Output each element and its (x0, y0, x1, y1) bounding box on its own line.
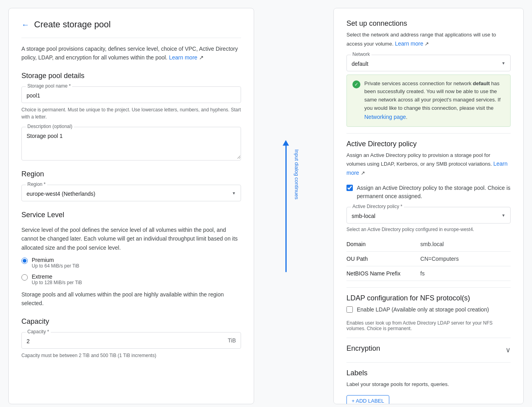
extreme-option[interactable]: Extreme Up to 128 MiB/s per TiB (21, 273, 241, 285)
page-title: Create storage pool (34, 19, 111, 30)
table-row: OU PathCN=Computers (346, 251, 511, 266)
arrow-area: Input dialog continues (254, 8, 318, 404)
table-key: OU Path (346, 251, 420, 266)
capacity-label: Capacity * (26, 329, 51, 334)
ad-policy-label: Active Directory policy * (351, 204, 404, 209)
pool-name-helper: Choice is permanent. Must be unique to t… (21, 106, 241, 120)
region-select[interactable]: europe-west4 (Netherlands) (22, 185, 241, 201)
encryption-title: Encryption (346, 344, 380, 353)
service-level-radio-group: Premium Up to 64 MiB/s per TiB Extreme U… (21, 257, 241, 285)
ad-description: Assign an Active Directory policy to pro… (346, 151, 511, 178)
premium-label: Premium (32, 257, 79, 263)
service-level-section-title: Service Level (21, 211, 241, 219)
premium-sublabel: Up to 64 MiB/s per TiB (32, 263, 79, 269)
capacity-input[interactable] (22, 332, 241, 348)
ad-policy-field: Active Directory policy * smb-local (346, 207, 511, 224)
ldap-checkbox-label: Enable LDAP (Available only at storage p… (357, 306, 489, 314)
table-key: Domain (346, 237, 420, 252)
pool-name-input[interactable] (22, 87, 241, 103)
description-field: Description (optional) Storage pool 1 (21, 127, 241, 161)
table-key: NetBIOS Name Prefix (346, 266, 420, 281)
description-label: Description (optional) (26, 124, 74, 129)
notice-text: Private services access connection for n… (364, 80, 505, 122)
networking-page-link[interactable]: Networking page (364, 114, 406, 120)
region-section-title: Region (21, 170, 241, 178)
service-level-footer: Storage pools and all volumes within the… (21, 290, 241, 308)
intro-description: A storage pool provisions capacity, defi… (21, 44, 241, 62)
capacity-helper: Capacity must be between 2 TiB and 500 T… (21, 352, 241, 359)
connections-learn-more[interactable]: Learn more (395, 40, 423, 47)
connections-title: Set up connections (346, 19, 511, 28)
labels-title: Labels (346, 369, 511, 377)
premium-radio[interactable] (21, 258, 28, 264)
network-field: Network default (346, 55, 511, 71)
ad-policy-helper: Select an Active Directory policy config… (346, 227, 511, 232)
details-section-title: Storage pool details (21, 72, 241, 80)
ldap-helper: Enables user look up from Active Directo… (346, 320, 511, 331)
description-input[interactable]: Storage pool 1 (22, 127, 241, 159)
ad-checkbox-label: Assign an Active Directory policy to the… (357, 184, 511, 201)
pool-name-field: Storage pool name * (21, 86, 241, 103)
labels-description: Label your storage pools for reports, qu… (346, 380, 511, 389)
ad-checkbox-row[interactable]: Assign an Active Directory policy to the… (346, 184, 511, 201)
success-notice: Private services access connection for n… (346, 75, 511, 127)
extreme-label: Extreme (32, 273, 82, 280)
table-row: Domainsmb.local (346, 237, 511, 252)
add-label-button[interactable]: + ADD LABEL (346, 395, 389, 404)
arrow-body (285, 145, 287, 272)
extreme-sublabel: Up to 128 MiB/s per TiB (32, 280, 82, 285)
right-panel: Set up connections Select the network an… (333, 8, 524, 404)
region-field: Region * europe-west4 (Netherlands) (21, 185, 241, 201)
extreme-radio[interactable] (21, 274, 28, 281)
ad-info-table: Domainsmb.localOU PathCN=ComputersNetBIO… (346, 237, 511, 281)
ad-policy-select[interactable]: smb-local (347, 207, 510, 223)
table-row: NetBIOS Name Prefixfs (346, 266, 511, 281)
pool-name-label: Storage pool name * (26, 83, 72, 89)
arrow-head (283, 140, 289, 146)
encryption-chevron-icon: ∨ (505, 346, 511, 354)
ldap-title: LDAP configuration for NFS protocol(s) (346, 294, 511, 302)
ad-checkbox[interactable] (346, 185, 353, 191)
connections-description: Select the network and address range tha… (346, 31, 511, 48)
table-value: CN=Computers (420, 251, 511, 266)
network-select[interactable]: default (347, 55, 510, 71)
check-circle-icon (352, 80, 360, 88)
back-button[interactable]: ← (21, 20, 29, 29)
service-level-description: Service level of the pool defines the se… (21, 225, 241, 252)
intro-learn-more-link[interactable]: Learn more (169, 54, 197, 61)
encryption-row[interactable]: Encryption ∨ (346, 344, 511, 356)
ldap-checkbox[interactable] (346, 306, 353, 313)
premium-option[interactable]: Premium Up to 64 MiB/s per TiB (21, 257, 241, 269)
table-value: fs (420, 266, 511, 281)
table-value: smb.local (420, 237, 511, 252)
ad-section-title: Active Directory policy (346, 140, 511, 148)
ldap-checkbox-row[interactable]: Enable LDAP (Available only at storage p… (346, 306, 511, 314)
network-label: Network (351, 52, 371, 57)
region-label: Region * (26, 182, 47, 187)
capacity-unit: TiB (228, 337, 236, 344)
capacity-field: Capacity * TiB (21, 332, 241, 349)
capacity-section-title: Capacity (21, 317, 241, 326)
left-panel: ← Create storage pool A storage pool pro… (8, 8, 254, 404)
arrow-line (283, 140, 289, 272)
arrow-label: Input dialog continues (294, 149, 300, 199)
